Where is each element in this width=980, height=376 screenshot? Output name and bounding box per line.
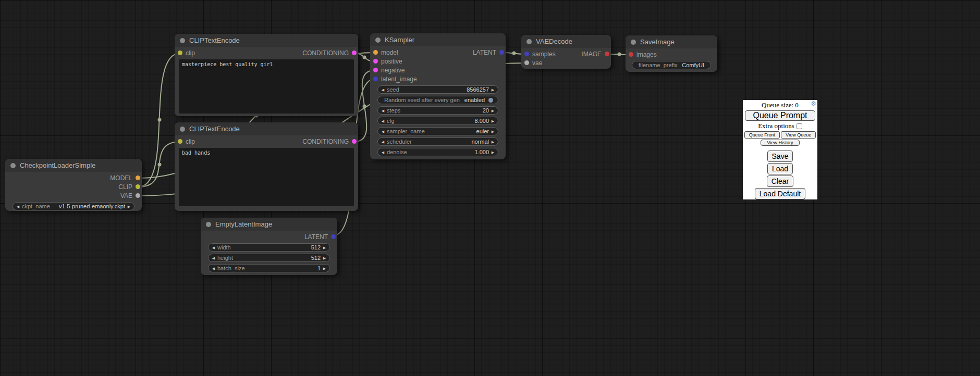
link-midpoint-dot (512, 52, 516, 55)
output-slot-clip[interactable] (136, 184, 140, 189)
prompt-textarea[interactable]: bad hands (179, 148, 354, 206)
increment-arrow-icon[interactable]: ▶ (491, 109, 495, 112)
widget-sampler-name[interactable]: ◀ sampler_name euler ▶ (377, 127, 498, 135)
decrement-arrow-icon[interactable]: ◀ (381, 88, 385, 92)
widget-width[interactable]: ◀ width 512 ▶ (208, 243, 330, 252)
widget-random-seed-toggle[interactable]: Random seed after every gen enabled (377, 96, 498, 104)
input-slot-samples[interactable] (524, 52, 529, 56)
link-midpoint-dot (363, 105, 366, 108)
input-slot-images[interactable] (629, 52, 633, 57)
input-slot-model[interactable] (373, 50, 378, 55)
decrement-arrow-icon[interactable]: ◀ (381, 130, 385, 133)
input-label-model: model (381, 49, 398, 56)
input-slot-negative[interactable] (373, 68, 378, 72)
collapse-dot[interactable] (526, 39, 532, 44)
input-slot-latent-image[interactable] (373, 77, 378, 81)
output-slot-latent[interactable] (499, 50, 504, 55)
increment-arrow-icon[interactable]: ▶ (491, 151, 495, 154)
decrement-arrow-icon[interactable]: ◀ (211, 256, 216, 260)
output-slot-latent[interactable] (331, 234, 336, 239)
output-slot-conditioning[interactable] (352, 139, 357, 144)
decrement-arrow-icon[interactable]: ◀ (16, 205, 20, 208)
prompt-textarea[interactable]: masterpiece best quality girl (179, 59, 354, 114)
increment-arrow-icon[interactable]: ▶ (491, 130, 495, 133)
node-title: CLIPTextEncode (189, 125, 240, 133)
decrement-arrow-icon[interactable]: ◀ (381, 140, 385, 144)
node-vae-decode[interactable]: VAEDecode samples IMAGE vae (521, 35, 611, 69)
extra-options-label: Extra options (758, 122, 794, 130)
decrement-arrow-icon[interactable]: ◀ (381, 109, 385, 112)
widget-filename-prefix[interactable]: filename_prefix ComfyUI (632, 61, 711, 69)
decrement-arrow-icon[interactable]: ◀ (381, 151, 385, 154)
increment-arrow-icon[interactable]: ▶ (491, 88, 495, 92)
node-clip-text-encode-positive[interactable]: CLIPTextEncode clip CONDITIONING masterp… (175, 34, 358, 116)
widget-label: cfg (387, 118, 395, 124)
widget-batch-size[interactable]: ◀ batch_size 1 ▶ (208, 264, 330, 272)
link-midpoint-dot (158, 118, 162, 122)
save-button[interactable]: Save (767, 151, 793, 162)
widget-cfg[interactable]: ◀ cfg 8.000 ▶ (377, 117, 498, 125)
input-slot-vae[interactable] (524, 60, 529, 65)
output-slot-conditioning[interactable] (352, 51, 357, 55)
node-title-bar[interactable]: KSampler (370, 33, 506, 46)
widget-seed[interactable]: ◀ seed 8566257 ▶ (377, 85, 498, 94)
node-title-bar[interactable]: SaveImage (626, 35, 717, 48)
node-title-bar[interactable]: EmptyLatentImage (201, 218, 337, 231)
view-queue-button[interactable]: View Queue (781, 131, 816, 139)
queue-prompt-button[interactable]: Queue Prompt (745, 110, 815, 121)
increment-arrow-icon[interactable]: ▶ (491, 140, 495, 144)
increment-arrow-icon[interactable]: ▶ (127, 205, 131, 208)
collapse-dot[interactable] (180, 127, 185, 132)
decrement-arrow-icon[interactable]: ◀ (211, 267, 216, 270)
widget-ckpt-name[interactable]: ◀ ckpt_name v1-5-pruned-emaonly.ckpt ▶ (13, 202, 134, 210)
output-slot-vae[interactable] (136, 193, 140, 198)
link-midpoint-dot (618, 53, 621, 56)
decrement-arrow-icon[interactable]: ◀ (211, 246, 216, 249)
increment-arrow-icon[interactable]: ▶ (322, 246, 327, 249)
increment-arrow-icon[interactable]: ▶ (322, 256, 327, 260)
node-ksampler[interactable]: KSampler model LATENT positive negative (370, 33, 506, 159)
extra-options-checkbox[interactable] (797, 123, 802, 129)
collapse-dot[interactable] (375, 37, 381, 43)
node-title-bar[interactable]: VAEDecode (521, 35, 611, 48)
widget-label: sampler_name (387, 128, 425, 134)
node-title-bar[interactable]: CheckpointLoaderSimple (5, 159, 142, 172)
node-title-bar[interactable]: CLIPTextEncode (175, 122, 358, 135)
collapse-dot[interactable] (631, 40, 636, 45)
node-save-image[interactable]: SaveImage images filename_prefix ComfyUI (626, 35, 717, 72)
load-default-button[interactable]: Load Default (755, 188, 805, 199)
toggle-on-led[interactable] (488, 98, 493, 103)
collapse-dot[interactable] (10, 163, 16, 168)
input-slot-positive[interactable] (373, 59, 378, 64)
input-label-images: images (636, 51, 657, 58)
node-checkpoint-loader-simple[interactable]: CheckpointLoaderSimple MODEL CLIP VAE ◀ … (5, 159, 142, 211)
increment-arrow-icon[interactable]: ▶ (491, 119, 495, 123)
output-slot-model[interactable] (136, 176, 140, 180)
widget-height[interactable]: ◀ height 512 ▶ (208, 254, 330, 262)
node-clip-text-encode-negative[interactable]: CLIPTextEncode clip CONDITIONING bad han… (175, 122, 358, 211)
widget-scheduler[interactable]: ◀ scheduler normal ▶ (377, 137, 498, 146)
graph-canvas[interactable]: { "colors": { "link": "#A3AD93", "slot":… (0, 0, 980, 376)
node-title: CheckpointLoaderSimple (20, 161, 95, 169)
output-slot-image[interactable] (605, 52, 609, 56)
collapse-dot[interactable] (206, 222, 211, 227)
input-label-positive: positive (381, 58, 402, 65)
node-title: CLIPTextEncode (189, 36, 240, 44)
increment-arrow-icon[interactable]: ▶ (322, 267, 327, 270)
clear-button[interactable]: Clear (767, 176, 793, 187)
input-slot-clip[interactable] (178, 139, 182, 144)
widget-denoise[interactable]: ◀ denoise 1.000 ▶ (377, 148, 498, 156)
collapse-dot[interactable] (180, 38, 185, 43)
settings-gear-icon[interactable]: ⚙ (811, 101, 816, 107)
decrement-arrow-icon[interactable]: ◀ (381, 119, 385, 123)
queue-front-button[interactable]: Queue Front (744, 131, 780, 139)
output-label-conditioning: CONDITIONING (302, 49, 349, 57)
widget-steps[interactable]: ◀ steps 20 ▶ (377, 106, 498, 115)
widget-label: width (217, 244, 231, 250)
load-button[interactable]: Load (767, 163, 793, 174)
node-empty-latent-image[interactable]: EmptyLatentImage LATENT ◀ width 512 ▶ ◀ … (201, 218, 337, 275)
widget-value: 512 (311, 244, 321, 250)
node-title-bar[interactable]: CLIPTextEncode (175, 34, 358, 47)
view-history-button[interactable]: View History (761, 140, 800, 146)
input-slot-clip[interactable] (178, 51, 182, 55)
